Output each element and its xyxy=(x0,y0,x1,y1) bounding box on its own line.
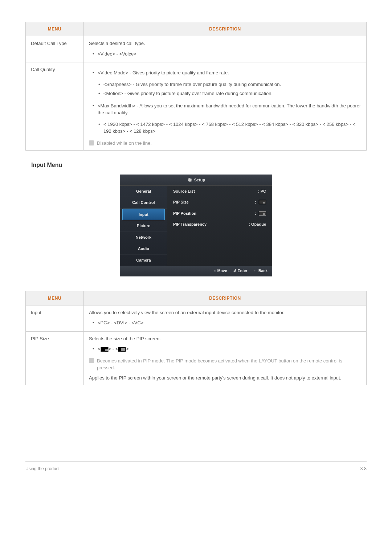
osd-row-value: : PC xyxy=(258,188,266,194)
table-row: Call Quality <Video Mode> - Gives priori… xyxy=(26,62,367,151)
pip-position-icon xyxy=(259,211,266,216)
settings-table-2: MENU DESCRIPTION Input Allows you to sel… xyxy=(25,291,367,386)
osd-row-label: PIP Position xyxy=(173,210,196,217)
col-header-menu: MENU xyxy=(26,291,84,305)
osd-row-label: PIP Transparency xyxy=(173,221,207,227)
pip-size-large-icon xyxy=(118,347,126,352)
list-item: <Video> - <Voice> xyxy=(98,49,361,59)
col-header-menu: MENU xyxy=(26,22,84,36)
note: Becomes activated in PIP mode. The PIP m… xyxy=(89,357,361,372)
osd-row[interactable]: PIP Position : xyxy=(172,208,268,219)
osd-side-item[interactable]: Camera xyxy=(120,255,167,266)
osd-row-value: : xyxy=(255,210,266,217)
section-heading: Input Menu xyxy=(31,161,367,169)
row-menu-label: PIP Size xyxy=(26,331,84,385)
back-arrow-icon: ← xyxy=(253,268,257,274)
osd-sidebar: General Call Control Input Picture Netwo… xyxy=(120,186,167,266)
osd-side-item[interactable]: Picture xyxy=(120,220,167,232)
table-row: Default Call Type Selects a desired call… xyxy=(26,36,367,62)
pip-small-icon xyxy=(259,200,266,204)
row-menu-label: Call Quality xyxy=(26,62,84,151)
osd-foot-enter: ↲Enter xyxy=(233,268,248,274)
osd-row[interactable]: PIP Transparency : Opaque xyxy=(172,219,268,230)
row-desc: Selects a desired call type. <Video> - <… xyxy=(84,36,367,62)
row-menu-label: Input xyxy=(26,305,84,331)
row-menu-label: Default Call Type xyxy=(26,36,84,62)
list-item: < 1920 kbps> - < 1472 kbps> - < 1024 kbp… xyxy=(103,120,361,136)
gear-icon xyxy=(187,177,192,182)
osd-screenshot: Setup General Call Control Input Picture… xyxy=(25,175,367,276)
note-icon xyxy=(89,140,94,145)
osd-panel: Setup General Call Control Input Picture… xyxy=(120,175,272,276)
osd-side-item[interactable]: Network xyxy=(120,232,167,243)
osd-row-label: PIP Size xyxy=(173,199,189,205)
note-icon xyxy=(89,358,94,363)
osd-footer: ↕Move ↲Enter ←Back xyxy=(120,266,272,276)
osd-side-item[interactable]: General xyxy=(120,186,167,197)
osd-title: Setup xyxy=(120,175,272,186)
updown-icon: ↕ xyxy=(214,268,216,274)
page-footer: Using the product 3-8 xyxy=(25,461,367,472)
row-desc: Allows you to selectively view the scree… xyxy=(84,305,367,331)
col-header-desc: DESCRIPTION xyxy=(84,291,367,305)
footer-left: Using the product xyxy=(25,465,60,472)
pip-size-small-icon xyxy=(101,347,109,352)
row-intro: Allows you to selectively view the scree… xyxy=(89,310,285,315)
row-desc: <Video Mode> - Gives priority to picture… xyxy=(84,62,367,151)
note: Disabled while on the line. xyxy=(89,140,361,147)
osd-title-text: Setup xyxy=(194,177,205,183)
list-item: <Motion> - Gives priority to picture qua… xyxy=(103,89,361,98)
osd-main: Source List : PC PIP Size : PIP Position… xyxy=(167,186,272,266)
footer-right: 3-8 xyxy=(360,465,367,472)
list-item: <PC> - <DVI> - <VC> xyxy=(98,318,361,328)
osd-foot-move: ↕Move xyxy=(214,268,227,274)
osd-row[interactable]: PIP Size : xyxy=(172,197,268,208)
col-header-desc: DESCRIPTION xyxy=(84,22,367,36)
note-text: Disabled while on the line. xyxy=(97,140,152,147)
list-item: <Video Mode> - Gives priority to picture… xyxy=(98,68,361,78)
list-item: <Max Bandwidth> - Allows you to set the … xyxy=(98,101,361,118)
osd-row-value: : xyxy=(255,199,266,205)
settings-table-1: MENU DESCRIPTION Default Call Type Selec… xyxy=(25,22,367,151)
list-item: <> - <> xyxy=(98,344,361,354)
list-item: <Sharpness> - Gives priority to frame ra… xyxy=(103,80,361,89)
table-row: PIP Size Selects the size of the PIP scr… xyxy=(26,331,367,385)
osd-side-item[interactable]: Audio xyxy=(120,243,167,255)
row-intro: Selects the size of the PIP screen. xyxy=(89,336,161,341)
row-extra-text: Applies to the PIP screen within your sc… xyxy=(89,374,361,382)
table-row: Input Allows you to selectively view the… xyxy=(26,305,367,331)
osd-row-value: : Opaque xyxy=(249,221,266,227)
osd-foot-back: ←Back xyxy=(253,268,268,274)
osd-side-item-active[interactable]: Input xyxy=(122,209,165,221)
row-intro: Selects a desired call type. xyxy=(89,41,145,46)
osd-side-item[interactable]: Call Control xyxy=(120,197,167,209)
note-text: Becomes activated in PIP mode. The PIP m… xyxy=(97,357,361,372)
enter-icon: ↲ xyxy=(233,268,236,274)
row-desc: Selects the size of the PIP screen. <> -… xyxy=(84,331,367,385)
osd-row-label: Source List xyxy=(173,188,195,194)
osd-row[interactable]: Source List : PC xyxy=(172,186,268,197)
